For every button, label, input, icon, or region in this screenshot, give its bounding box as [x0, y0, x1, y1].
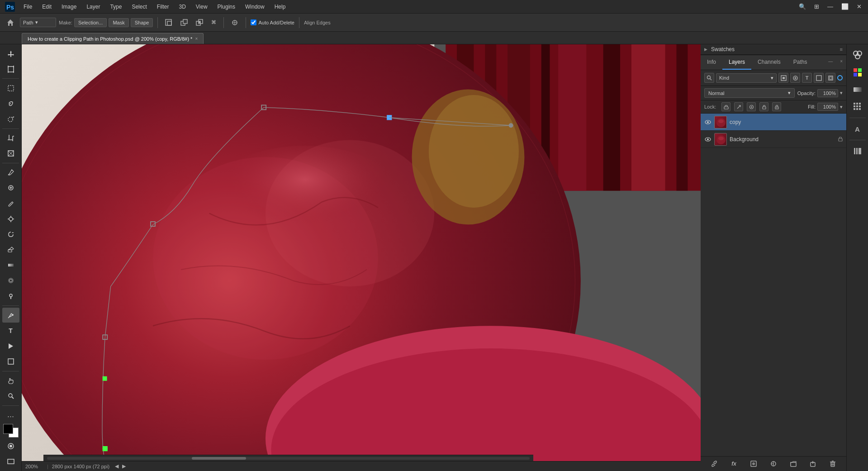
filter-search-icon[interactable]	[704, 73, 714, 83]
create-layer-btn[interactable]	[808, 459, 818, 469]
layers-tab[interactable]: Layers	[722, 55, 751, 70]
auto-add-delete-checkbox[interactable]: Auto Add/Delete	[251, 19, 294, 25]
swatches-panel-header[interactable]: ▶ Swatches ≡	[701, 44, 846, 54]
home-icon[interactable]	[4, 17, 17, 29]
path-ops-subtract[interactable]	[178, 17, 190, 28]
path-align-icon[interactable]: ⌘	[209, 18, 219, 27]
menu-view[interactable]: View	[191, 2, 212, 12]
patterns-panel-btn[interactable]	[849, 99, 866, 115]
create-group-btn[interactable]	[788, 459, 798, 469]
lock-pixels-icon[interactable]	[721, 102, 730, 111]
search-icon[interactable]: 🔍	[796, 1, 809, 12]
scroll-thumb[interactable]	[192, 457, 246, 460]
lock-icon[interactable]	[772, 102, 781, 111]
type-tool-btn[interactable]: T	[2, 323, 19, 338]
lock-all-icon[interactable]	[759, 102, 768, 111]
delete-layer-btn[interactable]	[828, 459, 838, 469]
color-panel-btn[interactable]	[849, 47, 866, 63]
workspace-icon[interactable]: ⊞	[811, 1, 822, 12]
blend-mode-dropdown[interactable]: Normal ▾	[704, 88, 795, 98]
lock-artboards-icon[interactable]	[747, 102, 756, 111]
filter-pixel-icon[interactable]	[778, 73, 788, 83]
move-tool-btn[interactable]	[2, 46, 19, 61]
eraser-tool-btn[interactable]	[2, 243, 19, 257]
filter-type-icon[interactable]: T	[802, 73, 812, 83]
menu-image[interactable]: Image	[57, 2, 81, 12]
menu-filter[interactable]: Filter	[152, 2, 174, 12]
mask-button[interactable]: Mask	[109, 18, 128, 27]
add-style-btn[interactable]: fx	[729, 459, 739, 469]
close-icon[interactable]: ✕	[854, 1, 864, 12]
layer-visibility-background[interactable]	[704, 136, 711, 143]
status-arrow-right[interactable]: ▶	[122, 463, 126, 469]
menu-layer[interactable]: Layer	[82, 2, 104, 12]
tool-mode-dropdown[interactable]: Path ▾	[20, 18, 56, 27]
tab-close-button[interactable]: ×	[195, 36, 198, 41]
marquee-tool-btn[interactable]	[2, 81, 19, 95]
menu-edit[interactable]: Edit	[38, 2, 56, 12]
opacity-input[interactable]: 100%	[817, 89, 838, 97]
path-ops-intersect[interactable]	[193, 17, 206, 28]
fill-input[interactable]: 100%	[817, 103, 838, 111]
channels-tab[interactable]: Channels	[751, 55, 787, 70]
menu-plugins[interactable]: Plugins	[213, 2, 240, 12]
history-tool-btn[interactable]	[2, 227, 19, 242]
extra-tools-btn[interactable]: …	[2, 408, 19, 423]
selection-button[interactable]: Selection...	[74, 18, 107, 27]
layer-item-background[interactable]: Background	[701, 131, 846, 148]
filter-smart-icon[interactable]	[825, 73, 835, 83]
canvas-scrollbar[interactable]	[43, 455, 533, 461]
panel-close-btn[interactable]: ×	[836, 55, 846, 70]
artboard-tool-btn[interactable]	[2, 62, 19, 76]
path-arrange-icon[interactable]	[228, 17, 241, 28]
zoom-tool-btn[interactable]	[2, 389, 19, 404]
swatches-options-icon[interactable]: ≡	[840, 47, 843, 52]
menu-type[interactable]: Type	[105, 2, 126, 12]
crop-tool-btn[interactable]	[2, 131, 19, 146]
menu-file[interactable]: File	[19, 2, 37, 12]
add-mask-btn[interactable]	[749, 459, 759, 469]
filter-adjust-icon[interactable]	[790, 73, 800, 83]
frame-tool-btn[interactable]	[2, 146, 19, 161]
color-swatches[interactable]	[3, 424, 19, 438]
lock-position-icon[interactable]	[734, 102, 743, 111]
shape-tool-btn[interactable]	[2, 354, 19, 369]
status-arrow-left[interactable]: ◀	[115, 463, 119, 469]
gradient-tool-btn[interactable]	[2, 258, 19, 273]
quick-select-tool-btn[interactable]	[2, 112, 19, 127]
layer-item-copy[interactable]: copy	[701, 114, 846, 131]
quick-mask-btn[interactable]	[2, 439, 19, 454]
libraries-panel-btn[interactable]	[849, 143, 866, 159]
filter-color-dot[interactable]	[837, 75, 843, 81]
paths-tab[interactable]: Paths	[787, 55, 814, 70]
lasso-tool-btn[interactable]	[2, 96, 19, 111]
healing-tool-btn[interactable]	[2, 181, 19, 195]
menu-help[interactable]: Help	[270, 2, 290, 12]
maximize-icon[interactable]: ⬜	[839, 1, 851, 12]
eyedropper-tool-btn[interactable]	[2, 165, 19, 180]
panel-collapse-btn[interactable]: —	[825, 55, 836, 70]
dodge-tool-btn[interactable]	[2, 289, 19, 304]
gradients-panel-btn[interactable]	[849, 81, 866, 98]
path-ops-new[interactable]	[162, 17, 175, 28]
swatches-panel-btn[interactable]	[849, 64, 866, 81]
filter-shape-icon[interactable]	[814, 73, 824, 83]
info-tab[interactable]: Info	[701, 55, 722, 70]
type-panel-btn[interactable]: A	[849, 121, 866, 137]
canvas-area[interactable]: 200% | 2800 pxx 1400 px (72 ppi) ◀ ▶	[22, 44, 701, 471]
hand-tool-btn[interactable]	[2, 373, 19, 388]
minimize-icon[interactable]: —	[825, 1, 836, 12]
menu-select[interactable]: Select	[127, 2, 151, 12]
menu-3d[interactable]: 3D	[174, 2, 190, 12]
clone-tool-btn[interactable]	[2, 211, 19, 226]
shape-button[interactable]: Shape	[131, 18, 153, 27]
document-tab[interactable]: How to create a Clipping Path in Photosh…	[22, 33, 204, 44]
opacity-dropdown-arrow[interactable]: ▾	[840, 90, 843, 96]
filter-kind-dropdown[interactable]: Kind ▾	[716, 73, 777, 83]
menu-window[interactable]: Window	[241, 2, 269, 12]
blur-tool-btn[interactable]	[2, 273, 19, 288]
screen-mode-btn[interactable]	[2, 454, 19, 469]
link-layers-btn[interactable]	[709, 459, 719, 469]
path-select-tool-btn[interactable]	[2, 338, 19, 353]
pen-tool-btn[interactable]	[2, 308, 19, 323]
